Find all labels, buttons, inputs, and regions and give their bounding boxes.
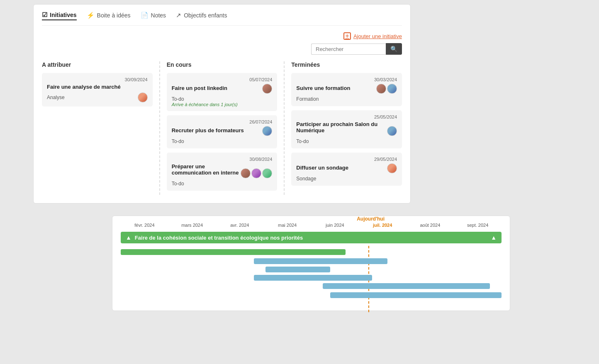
tab-notes[interactable]: 📄 Notes [141,12,166,20]
card-date: 25/05/2024 [296,114,397,119]
card-footer: To-do [172,138,273,144]
card-salon-numerique[interactable]: 25/05/2024 Participer au prochain Salon … [291,110,402,148]
card-title-row: Suivre une formation [296,84,397,94]
month-label: août 2024 [407,223,454,228]
card-tag: Analyse [47,95,65,100]
card-avatars [387,163,397,173]
card-alert: Arrive à échéance dans 1 jour(s) [172,102,273,107]
add-initiative-button[interactable]: + Ajouter une initiative [343,32,402,40]
card-date: 30/08/2024 [172,157,273,162]
month-label: mars 2024 [168,223,216,228]
month-label: juin 2024 [311,223,359,228]
card-date: 30/03/2024 [296,77,397,82]
gantt-bar-2 [254,258,387,264]
tab-boite-idees[interactable]: ⚡ Boite à idées [87,12,131,20]
card-footer: To-do [172,96,273,102]
card-title: Recruter plus de formateurs [172,127,244,133]
card-diffuser-sondage[interactable]: 29/05/2024 Diffuser un sondage Sondage [291,153,402,186]
gantt-bar-6 [330,292,502,298]
card-recruter-formateurs[interactable]: 26/07/2024 Recruter plus de formateurs T… [167,115,278,148]
card-footer: To-do [296,138,397,144]
card-post-linkedin[interactable]: 05/07/2024 Faire un post linkedin To-do … [167,73,278,111]
card-avatars [262,84,272,94]
avatar [387,163,397,173]
card-avatars [376,84,397,94]
tab-initiatives-label: Initiatives [50,12,77,18]
card-suivre-formation[interactable]: 30/03/2024 Suivre une formation Formatio… [291,73,402,106]
tab-objectifs-enfants[interactable]: ↗ Objectifs enfants [176,12,227,20]
avatar [251,168,261,178]
card-date: 05/07/2024 [172,77,273,82]
card-tag: Sondage [296,176,316,182]
gantt-bars [121,246,502,304]
card-footer: Sondage [296,176,397,182]
search-row: 🔍 [311,43,402,55]
avatar [387,126,397,136]
avatar [262,126,272,136]
objectifs-icon: ↗ [176,12,181,19]
card-title-row: Diffuser un sondage [296,163,397,173]
avatar [262,168,272,178]
card-avatars [387,126,397,136]
col-en-cours-title: En cours [167,61,278,68]
tab-boite-idees-label: Boite à idées [97,12,131,19]
card-footer: Analyse [47,92,148,102]
gantt-bar-3 [265,267,330,272]
today-label: Aujourd'hui [357,216,385,222]
card-title: Diffuser un sondage [296,165,348,171]
card-title: Participer au prochain Salon du Numériqu… [296,121,387,133]
gantt-panel: févr. 2024 mars 2024 avr. 2024 mai 2024 … [112,216,510,311]
col-en-cours: En cours 05/07/2024 Faire un post linked… [160,61,285,195]
card-title: Faire une analyse de marché [47,84,148,90]
card-title-row: Préparer une communication en interne [172,163,273,178]
month-label: févr. 2024 [121,223,168,228]
search-button[interactable]: 🔍 [386,43,402,55]
tab-initiatives[interactable]: ☑ Initiatives [42,11,77,20]
search-input[interactable] [311,44,386,55]
col-a-attribuer-title: A attribuer [42,61,153,68]
card-date: 30/09/2024 [47,77,148,82]
tab-bar: ☑ Initiatives ⚡ Boite à idées 📄 Notes ↗ … [42,11,402,26]
collapse-icon[interactable]: ▲ [491,234,497,241]
initiatives-panel: ☑ Initiatives ⚡ Boite à idées 📄 Notes ↗ … [33,4,411,204]
card-avatars [138,92,148,102]
col-a-attribuer: A attribuer 30/09/2024 Faire une analyse… [42,61,160,195]
gantt-bar-1 [121,249,346,255]
col-terminees-title: Terminées [291,61,402,68]
avatar [138,92,148,102]
boite-idees-icon: ⚡ [87,12,95,19]
card-communication-interne[interactable]: 30/08/2024 Préparer une communication en… [167,153,278,191]
gantt-bar-5 [323,283,490,289]
month-labels: févr. 2024 mars 2024 avr. 2024 mai 2024 … [121,223,502,228]
card-avatars [262,126,272,136]
card-title: Préparer une communication en interne [172,163,241,176]
avatar [387,84,397,94]
expand-icon: ▲ [126,234,131,241]
gantt-group-bar[interactable]: ▲ Faire de la cohésion sociale et transi… [121,232,502,243]
card-title: Suivre une formation [296,85,350,91]
add-initiative-icon: + [343,32,351,40]
add-initiative-label: Ajouter une initiative [353,33,402,39]
month-label: juil. 2024 [359,223,407,228]
card-tag: To-do [296,138,309,144]
gantt-group-label: Faire de la cohésion sociale et transiti… [135,235,303,241]
initiatives-toolbar: + Ajouter une initiative 🔍 [42,32,402,55]
card-title: Faire un post linkedin [172,85,227,91]
month-label: avr. 2024 [216,223,264,228]
card-tag: To-do [172,138,184,144]
card-date: 29/05/2024 [296,157,397,162]
card-tag: To-do [172,181,184,187]
card-tag: To-do [172,96,184,102]
initiatives-icon: ☑ [42,11,47,19]
card-analyse-marche[interactable]: 30/09/2024 Faire une analyse de marché A… [42,73,153,107]
col-terminees: Terminées 30/03/2024 Suivre une formatio… [285,61,402,195]
kanban-board: A attribuer 30/09/2024 Faire une analyse… [42,61,402,195]
card-avatars [241,168,272,178]
timeline-header: févr. 2024 mars 2024 avr. 2024 mai 2024 … [121,223,502,228]
card-title-row: Participer au prochain Salon du Numériqu… [296,121,397,136]
card-date: 26/07/2024 [172,119,273,124]
card-tag: Formation [296,96,319,102]
month-label: sept. 2024 [454,223,502,228]
tab-objectifs-label: Objectifs enfants [184,12,227,19]
gantt-bar-4 [254,275,372,281]
